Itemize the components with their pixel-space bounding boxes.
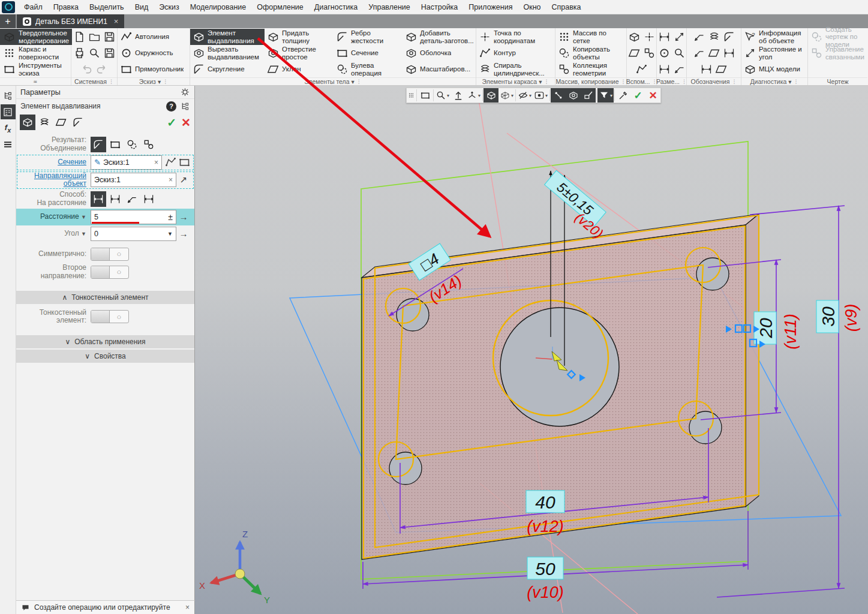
new-document-icon[interactable] [73,31,86,43]
drawing-footer[interactable]: Чертеж [808,77,867,85]
apply-direction-icon[interactable]: → [176,228,191,239]
array-copy-footer[interactable]: Массив, копирование⋮ [555,77,626,85]
dim-label-50[interactable]: 50 [527,557,563,579]
btn-mass-properties[interactable]: МЦХ модели [741,61,807,77]
btn-simple-hole[interactable]: Отверстие простое [265,45,334,61]
notation-arrow-icon[interactable] [715,63,728,76]
preview-icon[interactable] [88,47,101,59]
status-close-icon[interactable]: × [185,603,190,612]
btn-geometry-collection[interactable]: Коллекция геометрии [555,61,626,77]
help-icon[interactable]: ? [166,101,176,112]
dim-angular-icon[interactable] [673,31,686,43]
menu-management[interactable]: Управление [363,1,416,13]
dim-leader-icon[interactable] [673,63,686,76]
method-to-nearest-icon[interactable] [141,191,157,207]
notation-tolerance-icon[interactable] [723,31,735,43]
distance-input[interactable]: 5 ± [91,210,176,224]
body-elements-footer[interactable]: Элементы тела▾⋮ [190,77,476,85]
aux-axis-icon[interactable] [643,31,656,43]
3d-viewport[interactable]: 40 (v12) 50 (v10) 20 (v11) 30 (v9) [195,86,868,614]
hide-objects-button[interactable]: ▾ [516,88,533,103]
direction-arrow-icon[interactable]: ↗ [176,174,191,185]
section-link[interactable]: Сечение [58,158,86,166]
btn-autoline[interactable]: Автолиния [118,29,190,45]
frame-elements-footer[interactable]: Элементы каркаса▾⋮ [476,77,555,85]
redo-icon[interactable] [95,63,108,76]
btn-scale[interactable]: Масштабиров... [403,61,476,77]
notation-datum-icon[interactable] [708,31,720,43]
dim-diameter-icon[interactable] [673,47,686,59]
dim-var-v12[interactable]: (v12) [527,517,564,535]
render-settings-button[interactable] [566,88,581,103]
notations-footer[interactable]: Обозначения⋮ [687,77,741,85]
notation-mark-icon[interactable] [708,47,720,59]
btn-fillet[interactable]: Скругление [190,61,265,77]
guide-object-field[interactable]: Эскиз:1 × [91,173,176,187]
aux-footer[interactable]: Вспом...⋮ [627,77,656,85]
method-to-object-icon[interactable] [124,191,140,207]
sketch-edit-icon[interactable] [178,156,191,168]
corner-hole-tr[interactable] [696,258,729,290]
dim-linear-icon[interactable] [658,31,671,43]
thin-wall-section-header[interactable]: ∧ Тонкостенный элемент [16,291,194,304]
symmetric-toggle[interactable]: ○ [91,248,129,261]
btn-rectangle[interactable]: Прямоугольник [118,61,190,77]
sketch-footer[interactable]: Эскиз▾⋮ [118,77,190,85]
gear-icon[interactable] [180,87,190,97]
appearance-button[interactable] [581,88,596,103]
display-mode-button[interactable]: ▾ [498,88,515,103]
btn-extrude[interactable]: Элемент выдавливания [190,29,265,45]
aux-line-icon[interactable] [635,63,648,76]
menu-strip-tab[interactable] [1,137,16,152]
clear-icon[interactable]: × [154,158,158,167]
system-footer[interactable]: Системная⋮ [71,77,117,85]
guide-object-link[interactable]: Направляющий объект [34,171,86,188]
parameters-tab[interactable] [1,104,16,119]
btn-rib[interactable]: Ребро жесткости [334,29,403,45]
clear-icon[interactable]: × [169,176,173,184]
dimensions-footer[interactable]: Разме...⋮ [657,77,686,85]
print-icon[interactable] [73,47,86,59]
viewport-cancel-button[interactable]: ✕ [645,88,660,103]
orientation-button[interactable] [450,88,465,103]
result-new-body-icon[interactable] [107,137,123,152]
result-subtract-icon[interactable] [124,137,140,152]
plate-right-face[interactable] [746,214,759,507]
dim-var-v9[interactable]: (v9) [842,304,860,332]
section-field[interactable]: ✎ Эскиз:1 × [91,155,162,170]
dropdown-caret-icon[interactable]: ▼ [167,231,173,237]
mode-solid-modeling[interactable]: Твердотельное моделирование [0,29,72,45]
dim-auto-icon[interactable] [658,63,671,76]
second-direction-toggle[interactable]: ○ [91,266,129,279]
btn-shell[interactable]: Оболочка [403,45,476,61]
show-objects-button[interactable]: ▾ [533,88,549,103]
method-distance-icon[interactable] [91,191,106,207]
notation-base-icon[interactable] [700,63,713,76]
btn-point-by-coords[interactable]: Точка по координатам [476,29,555,45]
menu-diagnostics[interactable]: Диагностика [309,1,363,13]
notation-position-icon[interactable] [723,47,735,59]
menu-window[interactable]: Окно [518,1,546,13]
btn-thicken[interactable]: Придать толщину [265,29,334,45]
eyedropper-button[interactable] [615,88,630,103]
menu-modeling[interactable]: Моделирование [185,1,252,13]
tab-document[interactable]: Деталь БЕЗ ИМЕНИ1 × [17,14,124,28]
btn-copy-objects[interactable]: Копировать объекты [555,45,626,61]
btn-contour[interactable]: Контур [476,45,555,61]
op-sweep-icon[interactable] [53,115,69,130]
model-tree-tab[interactable] [1,88,16,103]
shaded-view-button[interactable] [483,88,498,103]
dim-radial-icon[interactable] [658,47,671,59]
thin-wall-toggle[interactable]: ○ [91,310,129,323]
snap-settings-button[interactable] [551,88,566,103]
notation-leader-icon[interactable] [693,47,705,59]
btn-draft[interactable]: Уклон [265,61,334,77]
properties-header[interactable]: ∨ Свойства [16,350,194,363]
modes-footer[interactable]: ≈ [0,77,71,85]
menu-select[interactable]: Выделить [84,1,130,13]
zoom-button[interactable]: ▾ [434,88,450,103]
save-as-icon[interactable] [103,47,116,59]
menu-design[interactable]: Оформление [251,1,309,13]
dim-var-v10[interactable]: (v10) [527,583,564,601]
menu-view[interactable]: Вид [130,1,154,13]
